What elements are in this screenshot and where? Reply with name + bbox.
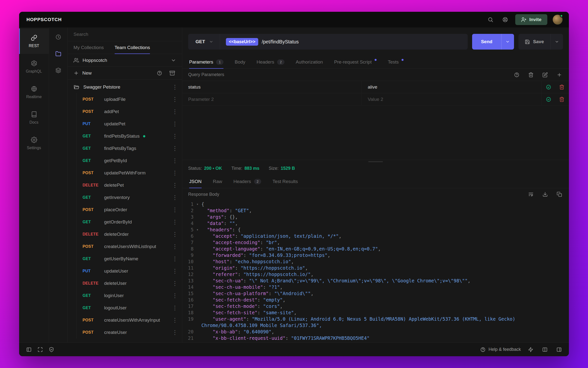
param-value-input[interactable] [362, 84, 541, 90]
sidebar-item-graphql[interactable]: GraphQL [19, 54, 49, 79]
tab-raw[interactable]: Raw [213, 175, 222, 188]
request-row[interactable]: DELETE deleteUser ⋮ [77, 277, 182, 289]
request-row[interactable]: POST createUsersWithListInput ⋮ [77, 240, 182, 253]
param-enabled-check-icon[interactable] [545, 83, 552, 91]
kebab-menu-icon[interactable]: ⋮ [171, 83, 179, 91]
request-kebab-icon[interactable]: ⋮ [171, 144, 179, 153]
tab-parameters[interactable]: Parameters 1 [189, 55, 223, 68]
sidebar-item-realtime[interactable]: Realtime [19, 79, 49, 105]
tab-pre-request-script[interactable]: Pre-request Script [334, 55, 377, 68]
request-kebab-icon[interactable]: ⋮ [171, 328, 179, 337]
tab-body[interactable]: Body [235, 55, 245, 68]
expand-icon[interactable] [36, 345, 45, 354]
url-input[interactable]: <<baseUrl>> /pet/findByStatus [220, 38, 468, 46]
help-circle-icon[interactable] [513, 71, 520, 79]
sidebar-item-rest[interactable]: REST [19, 28, 49, 54]
search-input[interactable] [74, 32, 176, 37]
request-row[interactable]: GET getInventory ⋮ [77, 191, 182, 204]
method-select[interactable]: GET [188, 34, 220, 50]
request-row[interactable]: GET getUserByName ⋮ [77, 253, 182, 265]
tab-tests[interactable]: Tests [388, 55, 404, 68]
download-icon[interactable] [541, 191, 549, 198]
panel-right-icon[interactable] [555, 345, 564, 354]
request-row[interactable]: POST updatePetWithForm ⋮ [77, 167, 182, 179]
add-parameter-plus-icon[interactable] [556, 71, 563, 79]
request-kebab-icon[interactable]: ⋮ [171, 218, 179, 226]
avatar[interactable] [553, 15, 563, 25]
request-row[interactable]: GET loginUser ⋮ [77, 289, 182, 302]
save-options-button[interactable] [550, 34, 563, 50]
fold-toggle-icon[interactable]: ▾ [194, 201, 201, 207]
request-kebab-icon[interactable]: ⋮ [171, 304, 179, 312]
save-button[interactable]: Save [518, 34, 550, 50]
request-kebab-icon[interactable]: ⋮ [171, 279, 179, 288]
environments-layers-icon[interactable] [54, 66, 63, 75]
param-key-input[interactable] [182, 84, 362, 90]
request-row[interactable]: GET findPetsByStatus ⋮ [77, 130, 182, 142]
edit-icon[interactable] [541, 71, 549, 79]
delete-all-trash-icon[interactable] [527, 71, 535, 79]
request-row[interactable]: GET getPetById ⋮ [77, 155, 182, 167]
help-circle-icon[interactable] [156, 69, 163, 77]
sidebar-item-settings[interactable]: Settings [19, 131, 49, 156]
wrap-lines-icon[interactable] [527, 191, 535, 198]
support-icon[interactable] [501, 15, 510, 24]
collection-folder-partial[interactable] [68, 339, 182, 342]
request-kebab-icon[interactable]: ⋮ [171, 157, 179, 165]
request-row[interactable]: GET logoutUser ⋮ [77, 302, 182, 314]
request-kebab-icon[interactable]: ⋮ [171, 95, 179, 104]
request-row[interactable]: POST createUsersWithArrayInput ⋮ [77, 314, 182, 326]
request-kebab-icon[interactable]: ⋮ [171, 230, 179, 238]
send-button[interactable]: Send [472, 34, 501, 50]
response-code[interactable]: 1▾{2 "method": "GET",3 "args": {},4 "dat… [182, 200, 569, 342]
request-kebab-icon[interactable]: ⋮ [171, 193, 179, 202]
shield-check-icon[interactable] [47, 345, 56, 354]
request-kebab-icon[interactable]: ⋮ [171, 169, 179, 177]
param-value-input[interactable] [362, 97, 541, 102]
request-kebab-icon[interactable]: ⋮ [171, 120, 179, 128]
param-key-input[interactable] [182, 97, 362, 102]
param-delete-trash-icon[interactable] [558, 96, 565, 103]
request-kebab-icon[interactable]: ⋮ [171, 255, 179, 263]
tab-response-headers[interactable]: Headers 2 [233, 175, 261, 188]
collection-folder[interactable]: Swagger Petstore ⋮ [68, 81, 182, 93]
new-collection-button[interactable]: New [74, 70, 92, 76]
param-enabled-check-icon[interactable] [545, 96, 552, 103]
request-row[interactable]: POST placeOrder ⋮ [77, 204, 182, 216]
request-kebab-icon[interactable]: ⋮ [171, 181, 179, 189]
request-row[interactable]: PUT updateUser ⋮ [77, 265, 182, 277]
request-kebab-icon[interactable]: ⋮ [171, 107, 179, 116]
toggle-sidebar-icon[interactable] [24, 345, 33, 354]
request-row[interactable]: POST createUser ⋮ [77, 326, 182, 339]
base-url-chip[interactable]: <<baseUrl>> [226, 38, 258, 46]
invite-button[interactable]: Invite [515, 14, 547, 25]
request-kebab-icon[interactable]: ⋮ [171, 132, 179, 140]
request-kebab-icon[interactable]: ⋮ [171, 291, 179, 300]
tab-team-collections[interactable]: Team Collections [115, 41, 150, 54]
request-row[interactable]: GET findPetsByTags ⋮ [77, 142, 182, 155]
sidebar-item-docs[interactable]: Docs [19, 105, 49, 131]
request-row[interactable]: POST addPet ⋮ [77, 105, 182, 118]
history-icon[interactable] [54, 32, 63, 42]
request-kebab-icon[interactable]: ⋮ [171, 267, 179, 275]
param-delete-trash-icon[interactable] [558, 83, 565, 91]
request-row[interactable]: POST uploadFile ⋮ [77, 93, 182, 105]
tab-headers[interactable]: Headers 2 [257, 55, 284, 68]
tab-my-collections[interactable]: My Collections [74, 41, 104, 54]
shortcuts-zap-icon[interactable] [526, 345, 535, 354]
search-icon[interactable] [486, 15, 495, 24]
request-kebab-icon[interactable]: ⋮ [171, 206, 179, 214]
request-kebab-icon[interactable]: ⋮ [171, 316, 179, 324]
request-kebab-icon[interactable]: ⋮ [171, 242, 179, 251]
request-row[interactable]: GET getOrderById ⋮ [77, 216, 182, 228]
columns-layout-icon[interactable] [540, 345, 549, 354]
collections-folder-icon[interactable] [54, 49, 63, 58]
help-feedback-button[interactable]: Help & feedback [480, 347, 521, 352]
tab-test-results[interactable]: Test Results [272, 175, 298, 188]
request-row[interactable]: DELETE deleteOrder ⋮ [77, 228, 182, 240]
team-selector[interactable]: Hoppscotch [68, 54, 182, 67]
request-row[interactable]: PUT updatePet ⋮ [77, 118, 182, 130]
copy-icon[interactable] [556, 191, 563, 198]
fold-toggle-icon[interactable]: ▾ [194, 226, 201, 233]
archive-icon[interactable] [168, 69, 176, 77]
